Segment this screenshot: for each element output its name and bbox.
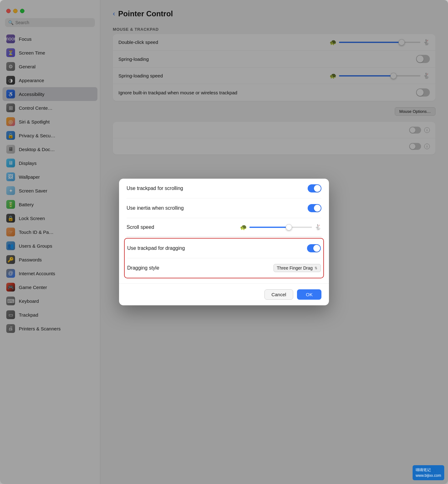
main-window: 🔍 moonFocus⏳Screen Time⚙General◑Appearan… xyxy=(0,0,448,484)
modal-overlay: Use trackpad for scrolling Use inertia w… xyxy=(0,0,448,484)
dragging-style-value: Three Finger Drag xyxy=(277,266,313,271)
watermark: 嘀嘀笔记 www.bijixx.com xyxy=(413,465,444,480)
scroll-speed-label: Scroll speed xyxy=(127,224,240,230)
scroll-speed-slider[interactable]: 🐢 🐇 xyxy=(240,224,321,231)
modal-footer: Cancel OK xyxy=(119,283,329,305)
scroll-slider-thumb[interactable] xyxy=(286,224,292,230)
dragging-style-row: Dragging style Three Finger Drag ⇅ xyxy=(127,258,321,278)
use-trackpad-dragging-row: Use trackpad for dragging xyxy=(127,239,321,258)
cancel-button[interactable]: Cancel xyxy=(264,289,294,300)
highlighted-dragging-section: Use trackpad for dragging Dragging style… xyxy=(124,238,324,278)
scrolling-section: Use trackpad for scrolling Use inertia w… xyxy=(119,179,329,236)
use-inertia-row: Use inertia when scrolling xyxy=(127,198,321,218)
scroll-slow-icon: 🐢 xyxy=(240,224,247,231)
watermark-line1: 嘀嘀笔记 xyxy=(416,467,441,473)
use-trackpad-dragging-label: Use trackpad for dragging xyxy=(127,245,307,251)
use-inertia-toggle[interactable] xyxy=(308,204,321,212)
scroll-fast-icon: 🐇 xyxy=(315,224,321,231)
modal-body: Use trackpad for scrolling Use inertia w… xyxy=(119,179,329,283)
use-trackpad-scrolling-row: Use trackpad for scrolling xyxy=(127,179,321,198)
ok-button[interactable]: OK xyxy=(297,289,321,300)
chevron-updown-icon: ⇅ xyxy=(315,266,317,270)
use-trackpad-scrolling-toggle[interactable] xyxy=(308,184,321,192)
dragging-style-select[interactable]: Three Finger Drag ⇅ xyxy=(273,264,321,272)
watermark-line2: www.bijixx.com xyxy=(416,473,441,478)
use-trackpad-scrolling-label: Use trackpad for scrolling xyxy=(127,186,308,191)
scroll-slider-track[interactable] xyxy=(249,227,312,228)
dragging-style-label: Dragging style xyxy=(127,265,273,271)
use-inertia-label: Use inertia when scrolling xyxy=(127,205,308,211)
modal-dialog: Use trackpad for scrolling Use inertia w… xyxy=(119,179,329,305)
use-trackpad-dragging-toggle[interactable] xyxy=(307,244,321,252)
modal-divider xyxy=(127,236,321,237)
scroll-slider-fill xyxy=(249,227,287,228)
scroll-speed-row: Scroll speed 🐢 🐇 xyxy=(127,218,321,236)
